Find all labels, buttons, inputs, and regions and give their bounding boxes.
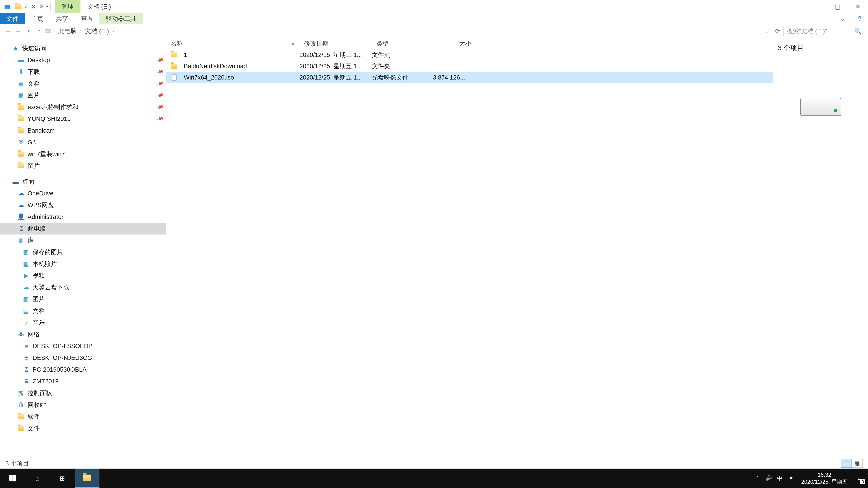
search-input[interactable]: 搜索"文档 (E:)" 🔍 [783, 26, 865, 36]
drive-icon: ⛃ [18, 139, 24, 146]
context-tab-manage[interactable]: 管理 [55, 0, 81, 13]
tree-pinned-item[interactable]: excel表格制作求和📌 [0, 101, 166, 113]
qat-dropdown-icon[interactable]: ▾ [46, 4, 48, 9]
tab-home[interactable]: 主页 [25, 13, 50, 24]
tree-control-panel[interactable]: ▧控制面板 [0, 387, 166, 399]
tree-network[interactable]: 🖧网络 [0, 328, 166, 340]
up-button[interactable]: ↑ [34, 27, 43, 36]
file-row[interactable]: 1 2020/12/15, 星期二 1... 文件夹 [166, 49, 773, 61]
tree-recycle-bin[interactable]: 🗑回收站 [0, 399, 166, 411]
svg-rect-3 [12, 475, 16, 478]
tree-quick-access[interactable]: ★ 快速访问 [0, 42, 166, 54]
network-icon: 🖧 [18, 331, 24, 338]
properties-qat-icon[interactable]: ⚙ [39, 3, 44, 10]
tree-desktop[interactable]: ▬桌面 [0, 176, 166, 188]
clock-time: 16:32 [817, 471, 831, 478]
tree-network-pc[interactable]: 🖥DESKTOP-NJEU3CG [0, 352, 166, 364]
tree-pinned-item[interactable]: ▦图片📌 [0, 90, 166, 101]
tree-pinned-item[interactable]: ⬇下载📌 [0, 66, 166, 78]
breadcrumb-this-pc[interactable]: 此电脑 [57, 27, 78, 35]
tree-folder[interactable]: 软件 [0, 411, 166, 422]
folder-qat-icon[interactable] [15, 4, 22, 9]
folder-icon [18, 425, 24, 432]
tree-library-item[interactable]: ▤文档 [0, 305, 166, 317]
content-pane: 名称▲ 修改日期 类型 大小 1 2020/12/15, 星期二 1... 文件… [166, 38, 868, 458]
column-name[interactable]: 名称▲ [166, 38, 300, 49]
cloud-icon: ☁ [18, 190, 24, 197]
tree-library-item[interactable]: ▦本机照片 [0, 258, 166, 270]
address-bar[interactable]: › 此电脑 › 文档 (E:) › ⌄ ⟳ [45, 27, 782, 36]
tree-pinned-item[interactable]: YUNQISHI2019📌 [0, 113, 166, 125]
file-row[interactable]: BaiduNetdiskDownload 2020/12/25, 星期五 1..… [166, 61, 773, 72]
search-placeholder: 搜索"文档 (E:)" [787, 27, 827, 35]
action-center-button[interactable]: ▭ 3 [852, 468, 868, 488]
tree-pinned-item[interactable]: ⛃G:\ [0, 136, 166, 148]
delete-qat-icon[interactable]: ✕ [31, 3, 37, 11]
tree-pinned-item[interactable]: ▤文档📌 [0, 78, 166, 90]
breadcrumb-drive[interactable]: 文档 (E:) [84, 27, 110, 35]
svg-rect-4 [9, 478, 12, 481]
ribbon-expand-button[interactable]: ⌄ [834, 13, 852, 24]
sort-asc-icon: ▲ [291, 41, 300, 46]
tree-library-item[interactable]: ♪音乐 [0, 317, 166, 328]
search-taskbar-button[interactable]: ⌕ [25, 468, 50, 488]
tree-pinned-item[interactable]: 图片 [0, 160, 166, 172]
column-type[interactable]: 类型 [372, 38, 433, 49]
tree-folder[interactable]: 文件 [0, 422, 166, 434]
details-view-button[interactable]: ≣ [841, 459, 852, 468]
taskbar-clock[interactable]: 16:32 2020/12/25, 星期五 [797, 471, 852, 485]
computer-icon: 🖥 [23, 366, 29, 373]
tree-libraries[interactable]: ▥库 [0, 234, 166, 246]
maximize-button[interactable]: ▢ [827, 0, 848, 13]
help-button[interactable]: ? [852, 13, 868, 24]
computer-icon: 🖥 [23, 343, 29, 350]
tree-pinned-item[interactable]: ▬Desktop📌 [0, 54, 166, 66]
forward-button[interactable]: → [13, 27, 23, 36]
tree-library-item[interactable]: ▶视频 [0, 270, 166, 282]
start-button[interactable] [0, 468, 25, 488]
chevron-right-icon[interactable]: › [52, 29, 56, 33]
tree-onedrive[interactable]: ☁OneDrive [0, 188, 166, 199]
column-size[interactable]: 大小 [433, 38, 478, 49]
thumbnails-view-button[interactable]: ▦ [852, 459, 863, 468]
tree-network-pc[interactable]: 🖥PC-20190530OBLA [0, 364, 166, 376]
tree-pinned-item[interactable]: Bandicam [0, 125, 166, 136]
computer-icon: 🖥 [18, 225, 24, 232]
folder-icon [18, 162, 24, 169]
tab-file[interactable]: 文件 [0, 13, 25, 24]
folder-icon [170, 52, 178, 58]
recent-dropdown[interactable]: ▾ [24, 27, 33, 36]
tree-pinned-item[interactable]: win7重装win7 [0, 148, 166, 160]
taskbar-explorer[interactable] [74, 468, 99, 488]
tree-wps[interactable]: ☁WPS网盘 [0, 199, 166, 211]
tab-drive-tools[interactable]: 驱动器工具 [99, 13, 143, 24]
music-icon: ♪ [23, 319, 29, 326]
minimize-button[interactable]: — [807, 0, 827, 13]
back-button[interactable]: ← [3, 27, 12, 36]
task-view-button[interactable]: ⊞ [50, 468, 74, 488]
chevron-right-icon[interactable]: › [111, 29, 115, 33]
tree-library-item[interactable]: ▦图片 [0, 293, 166, 305]
tree-library-item[interactable]: ☁天翼云盘下载 [0, 282, 166, 293]
tree-network-pc[interactable]: 🖥ZMT2019 [0, 376, 166, 387]
refresh-button[interactable]: ⟳ [773, 27, 782, 36]
tab-share[interactable]: 共享 [50, 13, 74, 24]
column-date[interactable]: 修改日期 [300, 38, 372, 49]
tree-this-pc[interactable]: 🖥此电脑 [0, 223, 166, 234]
volume-icon[interactable]: 🔊 [763, 468, 774, 488]
chevron-right-icon[interactable]: › [79, 29, 83, 33]
file-row[interactable]: Win7x64_2020.iso 2020/12/25, 星期五 1... 光盘… [166, 72, 773, 83]
security-icon[interactable]: ▼ [785, 468, 797, 488]
tree-library-item[interactable]: ▦保存的图片 [0, 246, 166, 258]
tree-user[interactable]: 👤Administrator [0, 211, 166, 223]
tray-expand-button[interactable]: ˄ [752, 468, 763, 488]
navigation-tree: ★ 快速访问 ▬Desktop📌 ⬇下载📌 ▤文档📌 ▦图片📌 excel表格制… [0, 38, 166, 458]
close-button[interactable]: ✕ [848, 0, 868, 13]
check-qat-icon[interactable]: ✓ [24, 3, 29, 10]
explorer-body: ★ 快速访问 ▬Desktop📌 ⬇下载📌 ▤文档📌 ▦图片📌 excel表格制… [0, 38, 868, 458]
tree-network-pc[interactable]: 🖥DESKTOP-LSSOEDP [0, 340, 166, 352]
ime-icon[interactable]: 中 [774, 468, 785, 488]
address-dropdown[interactable]: ⌄ [762, 27, 771, 36]
tab-view[interactable]: 查看 [74, 13, 99, 24]
folder-icon [18, 151, 24, 158]
